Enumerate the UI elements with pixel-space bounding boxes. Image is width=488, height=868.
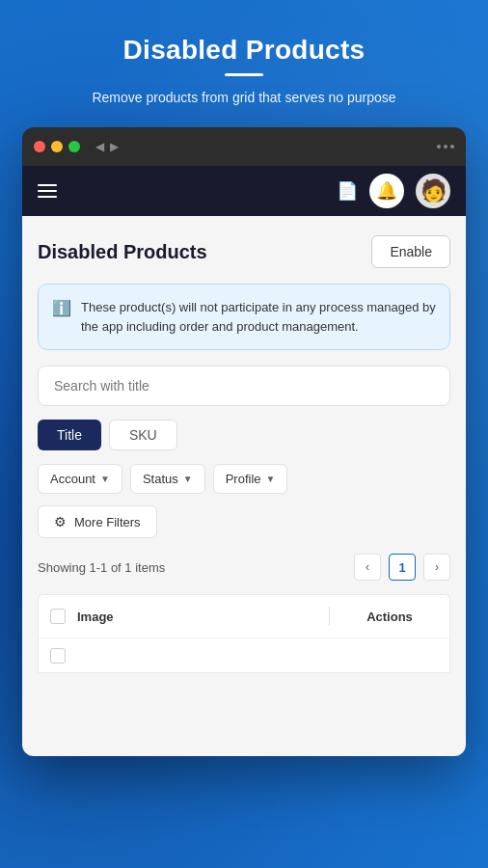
status-filter-label: Status [143,472,178,486]
col-image-header: Image [77,610,317,624]
page-container: Disabled Products Remove products from g… [0,0,488,868]
hamburger-menu[interactable] [38,184,57,198]
prev-arrow-icon: ‹ [366,560,369,574]
status-filter[interactable]: Status ▼ [130,464,205,494]
select-all-checkbox[interactable] [50,609,66,624]
browser-nav: ◀ ▶ [95,140,119,153]
info-text: These product(s) will not participate in… [81,298,436,336]
filter-row: Account ▼ Status ▼ Profile ▼ [38,464,450,494]
hamburger-line-1 [38,184,57,186]
more-filters-row: ⚙ More Filters [38,505,450,538]
document-icon: 📄 [337,180,358,202]
pagination-row: Showing 1-1 of 1 items ‹ 1 › [38,554,450,581]
hero-divider [225,73,263,76]
menu-dot-3 [450,145,454,149]
enable-button[interactable]: Enable [371,235,450,268]
info-box: ℹ️ These product(s) will not participate… [38,284,450,350]
search-input[interactable] [38,366,450,406]
bell-icon: 🔔 [376,180,397,202]
tab-title[interactable]: Title [38,420,101,450]
table-row [38,638,450,673]
app-toolbar: 📄 🔔 🧑 [22,166,466,216]
more-filters-label: More Filters [74,515,141,529]
table-header: Image Actions [38,594,450,638]
profile-filter-label: Profile [226,472,261,486]
close-dot[interactable] [34,141,45,152]
hero-section: Disabled Products Remove products from g… [63,0,424,127]
page-title: Disabled Products [38,241,207,263]
browser-menu[interactable] [437,145,454,149]
info-icon: ℹ️ [52,299,71,336]
tab-sku[interactable]: SKU [109,420,177,450]
status-chevron-icon: ▼ [183,474,193,484]
page-header: Disabled Products Enable [38,235,450,268]
hero-subtitle: Remove products from grid that serves no… [92,88,395,108]
sliders-icon: ⚙ [54,514,67,529]
menu-dot-1 [437,145,441,149]
avatar[interactable]: 🧑 [416,174,450,208]
main-content: Disabled Products Enable ℹ️ These produc… [22,216,466,756]
avatar-icon: 🧑 [420,178,447,203]
col-actions-header: Actions [341,610,438,624]
prev-page-button[interactable]: ‹ [354,554,381,581]
account-filter-label: Account [50,472,95,486]
forward-arrow-icon[interactable]: ▶ [110,140,119,153]
showing-text: Showing 1-1 of 1 items [38,560,346,575]
profile-filter[interactable]: Profile ▼ [213,464,288,494]
hamburger-line-2 [38,190,57,192]
filter-tabs: Title SKU [38,420,450,450]
maximize-dot[interactable] [68,141,80,152]
more-filters-button[interactable]: ⚙ More Filters [38,505,157,538]
next-arrow-icon: › [435,560,439,574]
page-1-button[interactable]: 1 [389,554,416,581]
next-page-button[interactable]: › [423,554,450,581]
back-arrow-icon[interactable]: ◀ [95,140,104,153]
menu-dot-2 [444,145,447,149]
account-filter[interactable]: Account ▼ [38,464,122,494]
notifications-button[interactable]: 🔔 [369,174,404,208]
col-divider [329,607,330,626]
browser-titlebar: ◀ ▶ [22,127,466,166]
hero-title: Disabled Products [92,35,395,66]
toolbar-right: 📄 🔔 🧑 [337,174,450,208]
minimize-dot[interactable] [51,141,63,152]
account-chevron-icon: ▼ [100,474,110,484]
profile-chevron-icon: ▼ [266,474,276,484]
row-checkbox[interactable] [50,648,66,664]
browser-window: ◀ ▶ 📄 🔔 🧑 [22,127,466,756]
hamburger-line-3 [38,196,57,198]
